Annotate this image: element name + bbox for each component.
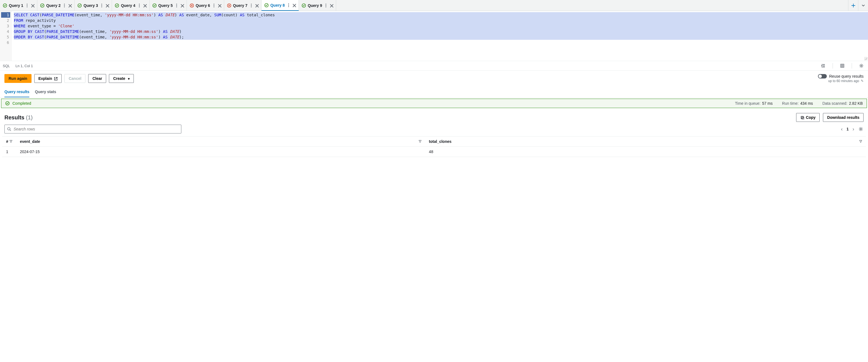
query-tab-2[interactable]: Query 2: [37, 0, 75, 11]
query-tab-4[interactable]: Query 4: [112, 0, 149, 11]
filter-icon[interactable]: ▽: [10, 139, 12, 143]
query-tab-3[interactable]: Query 3: [75, 0, 112, 11]
query-tab-1[interactable]: Query 1: [0, 0, 37, 11]
download-results-button[interactable]: Download results: [823, 113, 864, 122]
results-pager: ‹ 1 ›: [841, 126, 864, 132]
tab-menu-button[interactable]: [324, 3, 328, 8]
editor-settings-button[interactable]: [858, 62, 865, 70]
run-again-button[interactable]: Run again: [4, 74, 32, 83]
cell-event-date: 2024-07-15: [16, 147, 425, 157]
next-page-button: ›: [852, 126, 854, 132]
check-circle-icon: [152, 3, 157, 8]
close-tab-button[interactable]: [217, 3, 222, 8]
query-tab-9[interactable]: Query 9: [299, 0, 336, 11]
tab-label: Query 8: [270, 3, 285, 7]
close-tab-button[interactable]: [180, 3, 184, 8]
tab-query-stats[interactable]: Query stats: [35, 86, 56, 97]
query-tab-6[interactable]: Query 6: [187, 0, 224, 11]
check-circle-icon: [78, 3, 82, 8]
copy-label: Copy: [806, 115, 815, 120]
results-table: #▽ event_date▽ total_clones▽ 12024-07-15…: [2, 136, 866, 157]
query-tab-7[interactable]: Query 7: [224, 0, 261, 11]
check-circle-icon: [40, 3, 44, 8]
copy-results-button[interactable]: Copy: [796, 113, 819, 122]
check-circle-icon: [5, 101, 10, 105]
clear-button[interactable]: Clear: [88, 74, 106, 83]
editor-code[interactable]: SELECT CAST(PARSE_DATETIME(event_time, '…: [11, 11, 868, 61]
external-link-icon: [54, 76, 58, 80]
explain-button[interactable]: Explain: [34, 74, 62, 83]
reuse-results-label: Reuse query results: [829, 74, 864, 78]
run-time: Run time:434 ms: [782, 101, 813, 105]
reuse-results-toggle[interactable]: [818, 74, 827, 78]
col-index[interactable]: #▽: [2, 136, 16, 147]
table-row: 12024-07-1548: [2, 147, 866, 157]
close-tab-button[interactable]: [105, 3, 110, 8]
data-scanned: Data scanned:2.82 KB: [823, 101, 863, 105]
close-tab-button[interactable]: [143, 3, 147, 8]
copy-icon: [800, 116, 804, 120]
tab-menu-button[interactable]: [137, 3, 141, 8]
query-tab-8[interactable]: Query 8: [261, 0, 299, 11]
col-event-date[interactable]: event_date▽: [16, 136, 425, 147]
editor-resize-handle[interactable]: [864, 57, 867, 60]
search-input[interactable]: [13, 127, 179, 131]
col-total-clones[interactable]: total_clones▽: [425, 136, 866, 147]
tab-menu-button[interactable]: [99, 3, 103, 8]
query-tabs-list: Query 1Query 2Query 3Query 4Query 5Query…: [0, 0, 848, 11]
query-actions-row: Run again Explain Cancel Clear Create Re…: [0, 71, 868, 86]
check-circle-icon: [264, 3, 269, 7]
status-text: Completed: [12, 101, 31, 105]
tab-menu-button[interactable]: [25, 3, 29, 8]
check-circle-icon: [3, 3, 7, 8]
time-in-queue: Time in queue:57 ms: [735, 101, 773, 105]
create-label: Create: [113, 76, 125, 81]
close-tab-button[interactable]: [30, 3, 35, 8]
results-toolbar: ‹ 1 ›: [0, 125, 868, 136]
tab-menu-button[interactable]: [175, 3, 178, 8]
tab-menu-button[interactable]: [212, 3, 216, 8]
toggle-results-layout-button[interactable]: [838, 62, 846, 70]
close-tab-button[interactable]: [68, 3, 72, 8]
filter-icon[interactable]: ▽: [860, 139, 862, 143]
query-tabs-bar: Query 1Query 2Query 3Query 4Query 5Query…: [0, 0, 868, 11]
tab-label: Query 1: [9, 3, 23, 8]
explain-label: Explain: [38, 76, 52, 81]
close-tab-button[interactable]: [329, 3, 334, 8]
sql-editor[interactable]: 123456 SELECT CAST(PARSE_DATETIME(event_…: [0, 11, 868, 61]
editor-status-bar: SQL Ln 1, Col 1: [0, 61, 868, 71]
tab-label: Query 6: [196, 3, 210, 8]
results-search[interactable]: [4, 125, 181, 133]
new-tab-button[interactable]: [848, 0, 858, 11]
search-icon: [7, 127, 11, 131]
tabs-overflow-button[interactable]: [858, 0, 868, 11]
tab-menu-button[interactable]: [286, 3, 290, 7]
results-tabs: Query results Query stats: [0, 86, 868, 98]
tab-query-results[interactable]: Query results: [4, 86, 29, 97]
check-circle-icon: [115, 3, 119, 8]
query-tab-5[interactable]: Query 5: [150, 0, 187, 11]
check-circle-icon: [302, 3, 306, 8]
close-tab-button[interactable]: [255, 3, 259, 8]
editor-language: SQL: [3, 64, 10, 68]
reuse-results-subtext: up to 60 minutes ago: [828, 79, 859, 83]
cell-total-clones: 48: [425, 147, 866, 157]
cell-index: 1: [2, 147, 16, 157]
create-button[interactable]: Create: [109, 74, 134, 83]
filter-icon[interactable]: ▽: [419, 139, 421, 143]
tab-menu-button[interactable]: [249, 3, 253, 8]
close-tab-button[interactable]: [292, 3, 296, 7]
editor-cursor-position: Ln 1, Col 1: [16, 64, 33, 68]
tab-label: Query 2: [46, 3, 61, 8]
cancel-button: Cancel: [64, 74, 85, 83]
table-settings-button[interactable]: [858, 126, 864, 132]
tab-menu-button[interactable]: [62, 3, 66, 8]
x-circle-icon: [190, 3, 194, 8]
edit-reuse-time-icon[interactable]: [861, 79, 864, 83]
page-number: 1: [846, 127, 849, 131]
results-title: Results (1): [4, 114, 33, 121]
format-query-button[interactable]: [819, 62, 827, 70]
query-status-banner: Completed Time in queue:57 ms Run time:4…: [1, 99, 867, 108]
results-header-row: #▽ event_date▽ total_clones▽: [2, 136, 866, 147]
results-header: Results (1) Copy Download results: [0, 108, 868, 125]
